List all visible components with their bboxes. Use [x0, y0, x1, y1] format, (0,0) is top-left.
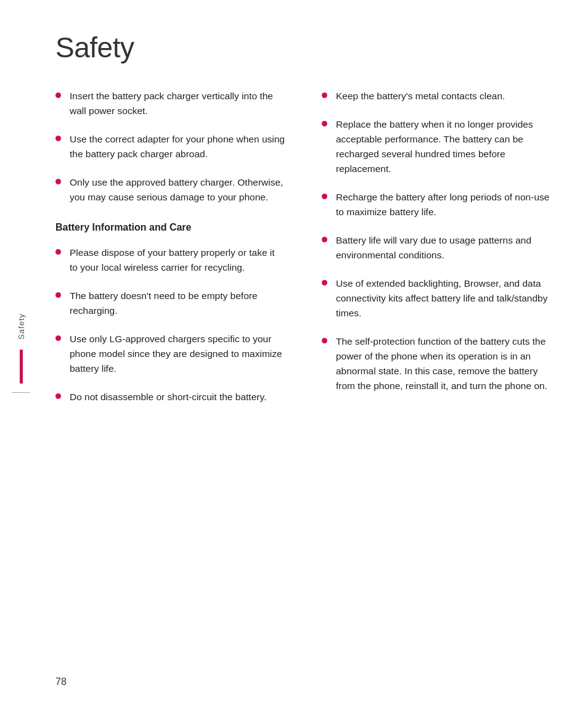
bullet-text: Please dispose of your battery properly …: [70, 245, 285, 275]
bullet-dot: [55, 335, 61, 341]
bullet-item: The battery doesn't need to be empty bef…: [55, 289, 285, 318]
bullet-item: Please dispose of your battery properly …: [55, 245, 285, 275]
page-title: Safety: [55, 31, 551, 64]
bullet-dot: [55, 292, 61, 298]
bullet-dot: [322, 92, 327, 98]
bullet-text: Only use the approved battery charger. O…: [70, 175, 285, 205]
bullet-dot: [322, 194, 327, 199]
bullet-dot: [55, 393, 61, 399]
left-sidebar: Safety: [9, 0, 33, 706]
intro-bullet-list: Insert the battery pack charger vertical…: [55, 89, 285, 205]
bullet-item: Battery life will vary due to usage patt…: [322, 233, 551, 263]
bullet-item: Use the correct adapter for your phone w…: [55, 132, 285, 162]
right-column: Keep the battery's metal contacts clean.…: [316, 89, 551, 422]
bullet-item: Use only LG-approved chargers specific t…: [55, 332, 285, 376]
bullet-text: Battery life will vary due to usage patt…: [336, 233, 551, 263]
bullet-text: Recharge the battery after long periods …: [336, 190, 551, 220]
bullet-item: Use of extended backlighting, Browser, a…: [322, 276, 551, 321]
section-heading: Battery Information and Care: [55, 222, 285, 233]
bullet-item: Recharge the battery after long periods …: [322, 190, 551, 220]
sidebar-accent: [20, 350, 23, 384]
bullet-item: Replace the battery when it no longer pr…: [322, 117, 551, 176]
bullet-dot: [322, 237, 327, 242]
bullet-dot: [322, 121, 327, 126]
bullet-dot: [55, 179, 61, 184]
bullet-text: Keep the battery's metal contacts clean.: [336, 89, 505, 104]
bullet-text: Use only LG-approved chargers specific t…: [70, 332, 285, 376]
sidebar-divider: [12, 392, 30, 393]
bullet-text: Use the correct adapter for your phone w…: [70, 132, 285, 162]
right-bullet-list: Keep the battery's metal contacts clean.…: [322, 89, 551, 393]
section-bullet-list: Please dispose of your battery properly …: [55, 245, 285, 404]
bullet-text: Insert the battery pack charger vertical…: [70, 89, 285, 118]
bullet-item: Only use the approved battery charger. O…: [55, 175, 285, 205]
content-columns: Insert the battery pack charger vertical…: [55, 89, 551, 422]
left-column: Insert the battery pack charger vertical…: [55, 89, 291, 422]
page-container: Safety Safety Insert the battery pack ch…: [0, 0, 588, 706]
bullet-text: Use of extended backlighting, Browser, a…: [336, 276, 551, 321]
bullet-text: Replace the battery when it no longer pr…: [336, 117, 551, 176]
bullet-text: The battery doesn't need to be empty bef…: [70, 289, 285, 318]
bullet-dot: [55, 92, 61, 98]
bullet-item: Insert the battery pack charger vertical…: [55, 89, 285, 118]
page-number: 78: [55, 676, 67, 688]
bullet-text: Do not disassemble or short-circuit the …: [70, 390, 266, 404]
bullet-item: Keep the battery's metal contacts clean.: [322, 89, 551, 104]
bullet-dot: [55, 249, 61, 255]
bullet-dot: [322, 338, 327, 343]
sidebar-text-wrapper: Safety: [12, 313, 30, 393]
sidebar-label: Safety: [17, 313, 26, 340]
bullet-item: The self-protection function of the batt…: [322, 334, 551, 393]
bullet-dot: [55, 136, 61, 141]
bullet-dot: [322, 280, 327, 285]
bullet-item: Do not disassemble or short-circuit the …: [55, 390, 285, 404]
bullet-text: The self-protection function of the batt…: [336, 334, 551, 393]
